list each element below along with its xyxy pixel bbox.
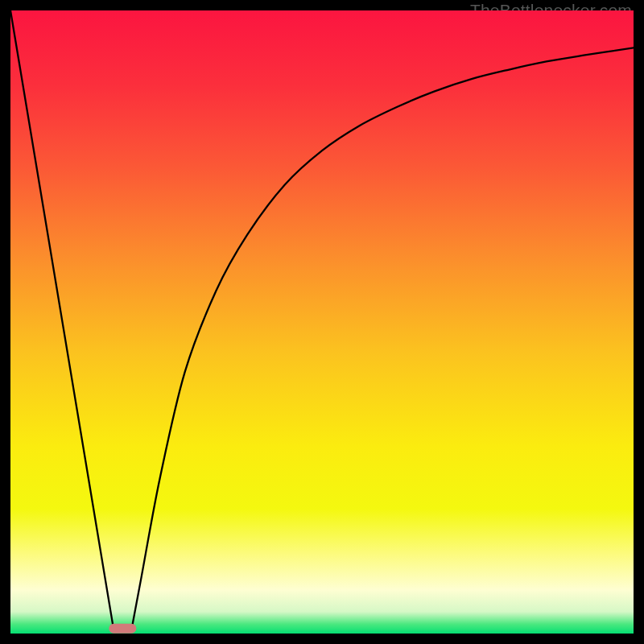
- minimum-marker: [109, 624, 136, 634]
- chart-frame: TheBottlenecker.com: [10, 10, 634, 634]
- bottleneck-chart: [10, 10, 634, 634]
- chart-background: [10, 10, 634, 634]
